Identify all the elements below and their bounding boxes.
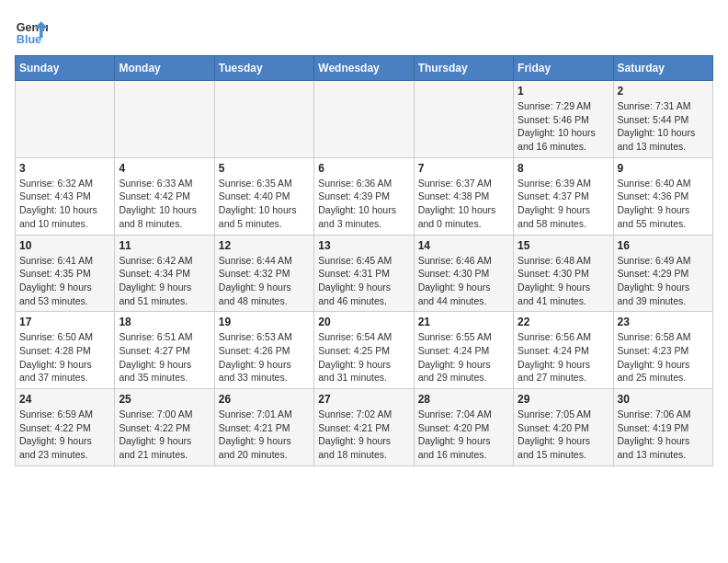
day-number: 15	[518, 239, 609, 252]
calendar-cell: 6Sunrise: 6:36 AM Sunset: 4:39 PM Daylig…	[314, 157, 414, 235]
weekday-header: Thursday	[414, 56, 513, 81]
day-number: 11	[119, 239, 210, 252]
day-info: Sunrise: 6:49 AM Sunset: 4:29 PM Dayligh…	[618, 254, 709, 308]
calendar-cell	[314, 81, 414, 158]
day-number: 18	[119, 316, 210, 328]
day-number: 4	[119, 162, 210, 175]
day-info: Sunrise: 6:44 AM Sunset: 4:32 PM Dayligh…	[219, 254, 310, 308]
day-info: Sunrise: 7:29 AM Sunset: 5:46 PM Dayligh…	[518, 99, 609, 154]
day-info: Sunrise: 6:54 AM Sunset: 4:25 PM Dayligh…	[318, 330, 409, 385]
day-info: Sunrise: 6:39 AM Sunset: 4:37 PM Dayligh…	[518, 177, 609, 231]
day-info: Sunrise: 7:02 AM Sunset: 4:21 PM Dayligh…	[318, 408, 409, 462]
logo: General Blue	[15, 15, 48, 48]
calendar-cell: 24Sunrise: 6:59 AM Sunset: 4:22 PM Dayli…	[16, 389, 115, 466]
calendar-cell: 22Sunrise: 6:56 AM Sunset: 4:24 PM Dayli…	[514, 312, 613, 389]
calendar-cell: 23Sunrise: 6:58 AM Sunset: 4:23 PM Dayli…	[613, 312, 712, 389]
day-number: 14	[418, 239, 509, 252]
day-info: Sunrise: 6:58 AM Sunset: 4:23 PM Dayligh…	[618, 330, 709, 385]
calendar-cell: 30Sunrise: 7:06 AM Sunset: 4:19 PM Dayli…	[613, 389, 712, 466]
day-info: Sunrise: 6:36 AM Sunset: 4:39 PM Dayligh…	[318, 177, 409, 231]
calendar-cell	[414, 81, 513, 158]
day-info: Sunrise: 6:48 AM Sunset: 4:30 PM Dayligh…	[518, 254, 609, 308]
calendar-cell: 13Sunrise: 6:45 AM Sunset: 4:31 PM Dayli…	[314, 235, 414, 312]
day-number: 22	[518, 316, 609, 328]
day-number: 29	[518, 393, 609, 406]
day-number: 6	[318, 162, 409, 175]
day-info: Sunrise: 6:33 AM Sunset: 4:42 PM Dayligh…	[119, 177, 210, 231]
day-number: 20	[318, 316, 409, 328]
calendar-week-row: 24Sunrise: 6:59 AM Sunset: 4:22 PM Dayli…	[16, 389, 713, 466]
calendar-cell	[214, 81, 313, 158]
day-number: 10	[19, 239, 110, 252]
day-number: 5	[219, 162, 310, 175]
calendar-cell: 28Sunrise: 7:04 AM Sunset: 4:20 PM Dayli…	[414, 389, 513, 466]
day-number: 2	[618, 85, 709, 98]
calendar-week-row: 17Sunrise: 6:50 AM Sunset: 4:28 PM Dayli…	[16, 312, 713, 389]
day-info: Sunrise: 7:00 AM Sunset: 4:22 PM Dayligh…	[119, 408, 210, 462]
calendar-cell: 8Sunrise: 6:39 AM Sunset: 4:37 PM Daylig…	[514, 157, 613, 235]
calendar-cell: 15Sunrise: 6:48 AM Sunset: 4:30 PM Dayli…	[514, 235, 613, 312]
calendar-cell: 9Sunrise: 6:40 AM Sunset: 4:36 PM Daylig…	[613, 157, 712, 235]
calendar-week-row: 10Sunrise: 6:41 AM Sunset: 4:35 PM Dayli…	[16, 235, 713, 312]
day-number: 3	[19, 162, 110, 175]
day-number: 24	[19, 393, 110, 406]
weekday-header: Tuesday	[214, 56, 313, 81]
calendar-cell: 29Sunrise: 7:05 AM Sunset: 4:20 PM Dayli…	[514, 389, 613, 466]
weekday-header: Saturday	[613, 56, 712, 81]
day-info: Sunrise: 6:41 AM Sunset: 4:35 PM Dayligh…	[19, 254, 110, 308]
day-number: 27	[318, 393, 409, 406]
day-info: Sunrise: 6:45 AM Sunset: 4:31 PM Dayligh…	[318, 254, 409, 308]
day-number: 23	[618, 316, 709, 328]
day-info: Sunrise: 7:06 AM Sunset: 4:19 PM Dayligh…	[618, 408, 709, 462]
weekday-header: Monday	[115, 56, 214, 81]
calendar-cell: 12Sunrise: 6:44 AM Sunset: 4:32 PM Dayli…	[214, 235, 313, 312]
calendar-cell: 25Sunrise: 7:00 AM Sunset: 4:22 PM Dayli…	[115, 389, 214, 466]
calendar-cell: 18Sunrise: 6:51 AM Sunset: 4:27 PM Dayli…	[115, 312, 214, 389]
day-info: Sunrise: 6:46 AM Sunset: 4:30 PM Dayligh…	[418, 254, 509, 308]
calendar-week-row: 1Sunrise: 7:29 AM Sunset: 5:46 PM Daylig…	[16, 81, 713, 158]
day-number: 25	[119, 393, 210, 406]
weekday-header: Friday	[514, 56, 613, 81]
calendar-cell: 27Sunrise: 7:02 AM Sunset: 4:21 PM Dayli…	[314, 389, 414, 466]
day-number: 30	[618, 393, 709, 406]
calendar-cell: 11Sunrise: 6:42 AM Sunset: 4:34 PM Dayli…	[115, 235, 214, 312]
calendar-cell: 21Sunrise: 6:55 AM Sunset: 4:24 PM Dayli…	[414, 312, 513, 389]
day-number: 17	[19, 316, 110, 328]
day-number: 8	[518, 162, 609, 175]
day-info: Sunrise: 6:56 AM Sunset: 4:24 PM Dayligh…	[518, 330, 609, 385]
header: General Blue	[15, 15, 713, 48]
day-number: 13	[318, 239, 409, 252]
calendar-cell: 19Sunrise: 6:53 AM Sunset: 4:26 PM Dayli…	[214, 312, 313, 389]
weekday-header-row: SundayMondayTuesdayWednesdayThursdayFrid…	[16, 56, 713, 81]
day-info: Sunrise: 7:05 AM Sunset: 4:20 PM Dayligh…	[518, 408, 609, 462]
calendar-table: SundayMondayTuesdayWednesdayThursdayFrid…	[15, 55, 713, 466]
day-number: 26	[219, 393, 310, 406]
calendar-cell: 10Sunrise: 6:41 AM Sunset: 4:35 PM Dayli…	[16, 235, 115, 312]
day-info: Sunrise: 6:40 AM Sunset: 4:36 PM Dayligh…	[618, 177, 709, 231]
day-info: Sunrise: 6:50 AM Sunset: 4:28 PM Dayligh…	[19, 330, 110, 385]
day-number: 7	[418, 162, 509, 175]
calendar-cell: 20Sunrise: 6:54 AM Sunset: 4:25 PM Dayli…	[314, 312, 414, 389]
day-number: 1	[518, 85, 609, 98]
day-number: 19	[219, 316, 310, 328]
day-info: Sunrise: 6:35 AM Sunset: 4:40 PM Dayligh…	[219, 177, 310, 231]
calendar-cell: 14Sunrise: 6:46 AM Sunset: 4:30 PM Dayli…	[414, 235, 513, 312]
svg-text:Blue: Blue	[17, 33, 41, 46]
calendar-cell: 16Sunrise: 6:49 AM Sunset: 4:29 PM Dayli…	[613, 235, 712, 312]
calendar-cell: 3Sunrise: 6:32 AM Sunset: 4:43 PM Daylig…	[16, 157, 115, 235]
day-number: 9	[618, 162, 709, 175]
calendar-week-row: 3Sunrise: 6:32 AM Sunset: 4:43 PM Daylig…	[16, 157, 713, 235]
calendar-cell	[16, 81, 115, 158]
day-info: Sunrise: 6:53 AM Sunset: 4:26 PM Dayligh…	[219, 330, 310, 385]
day-number: 28	[418, 393, 509, 406]
day-info: Sunrise: 6:59 AM Sunset: 4:22 PM Dayligh…	[19, 408, 110, 462]
day-info: Sunrise: 7:04 AM Sunset: 4:20 PM Dayligh…	[418, 408, 509, 462]
calendar-cell: 26Sunrise: 7:01 AM Sunset: 4:21 PM Dayli…	[214, 389, 313, 466]
day-number: 16	[618, 239, 709, 252]
calendar-cell: 4Sunrise: 6:33 AM Sunset: 4:42 PM Daylig…	[115, 157, 214, 235]
weekday-header: Sunday	[16, 56, 115, 81]
calendar-cell	[115, 81, 214, 158]
day-info: Sunrise: 6:51 AM Sunset: 4:27 PM Dayligh…	[119, 330, 210, 385]
weekday-header: Wednesday	[314, 56, 414, 81]
day-info: Sunrise: 7:31 AM Sunset: 5:44 PM Dayligh…	[618, 99, 709, 154]
